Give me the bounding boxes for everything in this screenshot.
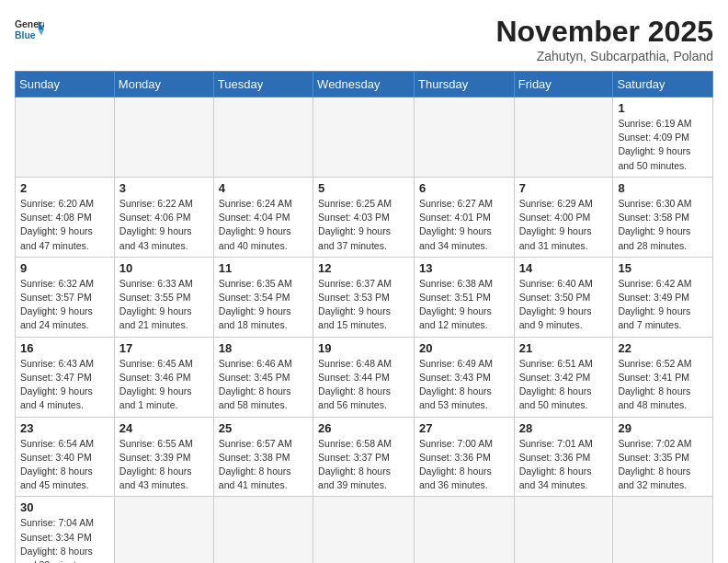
day-info: Sunrise: 6:30 AM Sunset: 3:58 PM Dayligh… <box>618 197 708 253</box>
weekday-header-sunday: Sunday <box>16 72 115 98</box>
weekday-header-thursday: Thursday <box>415 72 515 98</box>
day-number: 3 <box>119 181 209 195</box>
calendar-cell <box>313 497 415 563</box>
day-info: Sunrise: 6:37 AM Sunset: 3:53 PM Dayligh… <box>318 277 409 333</box>
day-number: 23 <box>20 421 109 435</box>
calendar-cell: 1Sunrise: 6:19 AM Sunset: 4:09 PM Daylig… <box>613 98 713 178</box>
calendar-cell: 3Sunrise: 6:22 AM Sunset: 4:06 PM Daylig… <box>114 177 213 257</box>
calendar-cell: 8Sunrise: 6:30 AM Sunset: 3:58 PM Daylig… <box>613 177 713 257</box>
calendar-cell: 13Sunrise: 6:38 AM Sunset: 3:51 PM Dayli… <box>415 257 515 337</box>
day-info: Sunrise: 6:54 AM Sunset: 3:40 PM Dayligh… <box>20 437 109 493</box>
day-info: Sunrise: 6:51 AM Sunset: 3:42 PM Dayligh… <box>519 357 609 413</box>
day-info: Sunrise: 6:58 AM Sunset: 3:37 PM Dayligh… <box>318 437 409 493</box>
day-number: 12 <box>318 261 409 275</box>
day-info: Sunrise: 6:24 AM Sunset: 4:04 PM Dayligh… <box>219 197 308 253</box>
calendar-cell: 7Sunrise: 6:29 AM Sunset: 4:00 PM Daylig… <box>514 177 613 257</box>
day-info: Sunrise: 7:00 AM Sunset: 3:36 PM Dayligh… <box>419 437 509 493</box>
day-number: 7 <box>519 181 609 195</box>
day-number: 10 <box>119 261 209 275</box>
day-number: 21 <box>519 341 609 355</box>
calendar-cell: 5Sunrise: 6:25 AM Sunset: 4:03 PM Daylig… <box>313 177 415 257</box>
calendar-cell <box>613 497 713 563</box>
calendar-cell <box>514 98 613 178</box>
calendar-cell: 10Sunrise: 6:33 AM Sunset: 3:55 PM Dayli… <box>114 257 213 337</box>
week-row-4: 16Sunrise: 6:43 AM Sunset: 3:47 PM Dayli… <box>16 337 713 417</box>
day-number: 5 <box>318 181 409 195</box>
month-title: November 2025 <box>495 15 713 49</box>
day-info: Sunrise: 6:57 AM Sunset: 3:38 PM Dayligh… <box>219 437 308 493</box>
day-info: Sunrise: 6:55 AM Sunset: 3:39 PM Dayligh… <box>119 437 209 493</box>
weekday-header-monday: Monday <box>114 72 213 98</box>
calendar-cell: 22Sunrise: 6:52 AM Sunset: 3:41 PM Dayli… <box>613 337 713 417</box>
calendar-cell: 27Sunrise: 7:00 AM Sunset: 3:36 PM Dayli… <box>415 417 515 497</box>
calendar-cell: 2Sunrise: 6:20 AM Sunset: 4:08 PM Daylig… <box>16 177 115 257</box>
day-info: Sunrise: 6:40 AM Sunset: 3:50 PM Dayligh… <box>519 277 609 333</box>
day-number: 29 <box>618 421 708 435</box>
weekday-header-wednesday: Wednesday <box>313 72 415 98</box>
calendar-cell: 11Sunrise: 6:35 AM Sunset: 3:54 PM Dayli… <box>213 257 313 337</box>
day-number: 15 <box>618 261 708 275</box>
calendar-cell <box>213 98 313 178</box>
day-number: 22 <box>618 341 708 355</box>
svg-text:Blue: Blue <box>15 30 36 40</box>
day-number: 9 <box>20 261 109 275</box>
day-info: Sunrise: 7:01 AM Sunset: 3:36 PM Dayligh… <box>519 437 609 493</box>
calendar-cell: 18Sunrise: 6:46 AM Sunset: 3:45 PM Dayli… <box>213 337 313 417</box>
calendar-cell <box>313 98 415 178</box>
week-row-3: 9Sunrise: 6:32 AM Sunset: 3:57 PM Daylig… <box>16 257 713 337</box>
day-number: 26 <box>318 421 409 435</box>
day-number: 1 <box>618 101 708 115</box>
calendar-cell <box>415 497 515 563</box>
day-number: 27 <box>419 421 509 435</box>
title-area: November 2025 Zahutyn, Subcarpathia, Pol… <box>495 15 713 63</box>
day-number: 30 <box>20 500 109 514</box>
calendar-cell: 26Sunrise: 6:58 AM Sunset: 3:37 PM Dayli… <box>313 417 415 497</box>
day-info: Sunrise: 6:42 AM Sunset: 3:49 PM Dayligh… <box>618 277 708 333</box>
day-info: Sunrise: 6:38 AM Sunset: 3:51 PM Dayligh… <box>419 277 509 333</box>
calendar-cell: 12Sunrise: 6:37 AM Sunset: 3:53 PM Dayli… <box>313 257 415 337</box>
svg-marker-3 <box>39 29 44 35</box>
calendar-cell: 4Sunrise: 6:24 AM Sunset: 4:04 PM Daylig… <box>213 177 313 257</box>
day-number: 6 <box>419 181 509 195</box>
weekday-header-tuesday: Tuesday <box>213 72 313 98</box>
day-number: 17 <box>119 341 209 355</box>
day-number: 16 <box>20 341 109 355</box>
day-info: Sunrise: 7:02 AM Sunset: 3:35 PM Dayligh… <box>618 437 708 493</box>
day-info: Sunrise: 6:52 AM Sunset: 3:41 PM Dayligh… <box>618 357 708 413</box>
logo: General Blue <box>15 15 44 44</box>
calendar-cell <box>114 98 213 178</box>
day-number: 11 <box>219 261 308 275</box>
header: General Blue November 2025 Zahutyn, Subc… <box>15 15 713 63</box>
week-row-5: 23Sunrise: 6:54 AM Sunset: 3:40 PM Dayli… <box>16 417 713 497</box>
weekday-header-friday: Friday <box>514 72 613 98</box>
week-row-6: 30Sunrise: 7:04 AM Sunset: 3:34 PM Dayli… <box>16 497 713 563</box>
day-info: Sunrise: 6:33 AM Sunset: 3:55 PM Dayligh… <box>119 277 209 333</box>
day-info: Sunrise: 6:27 AM Sunset: 4:01 PM Dayligh… <box>419 197 509 253</box>
calendar-cell: 29Sunrise: 7:02 AM Sunset: 3:35 PM Dayli… <box>613 417 713 497</box>
weekday-header-row: SundayMondayTuesdayWednesdayThursdayFrid… <box>16 72 713 98</box>
calendar-cell: 14Sunrise: 6:40 AM Sunset: 3:50 PM Dayli… <box>514 257 613 337</box>
day-number: 14 <box>519 261 609 275</box>
weekday-header-saturday: Saturday <box>613 72 713 98</box>
day-number: 19 <box>318 341 409 355</box>
calendar-cell <box>514 497 613 563</box>
day-number: 13 <box>419 261 509 275</box>
calendar-cell: 24Sunrise: 6:55 AM Sunset: 3:39 PM Dayli… <box>114 417 213 497</box>
day-info: Sunrise: 6:45 AM Sunset: 3:46 PM Dayligh… <box>119 357 209 413</box>
day-info: Sunrise: 6:49 AM Sunset: 3:43 PM Dayligh… <box>419 357 509 413</box>
day-info: Sunrise: 6:25 AM Sunset: 4:03 PM Dayligh… <box>318 197 409 253</box>
day-info: Sunrise: 6:29 AM Sunset: 4:00 PM Dayligh… <box>519 197 609 253</box>
day-info: Sunrise: 6:20 AM Sunset: 4:08 PM Dayligh… <box>20 197 109 253</box>
calendar-cell <box>114 497 213 563</box>
calendar-cell: 23Sunrise: 6:54 AM Sunset: 3:40 PM Dayli… <box>16 417 115 497</box>
calendar-cell: 19Sunrise: 6:48 AM Sunset: 3:44 PM Dayli… <box>313 337 415 417</box>
day-number: 4 <box>219 181 308 195</box>
week-row-2: 2Sunrise: 6:20 AM Sunset: 4:08 PM Daylig… <box>16 177 713 257</box>
day-number: 28 <box>519 421 609 435</box>
calendar-table: SundayMondayTuesdayWednesdayThursdayFrid… <box>15 71 713 563</box>
calendar-cell: 25Sunrise: 6:57 AM Sunset: 3:38 PM Dayli… <box>213 417 313 497</box>
day-number: 24 <box>119 421 209 435</box>
calendar-cell: 30Sunrise: 7:04 AM Sunset: 3:34 PM Dayli… <box>16 497 115 563</box>
day-info: Sunrise: 6:46 AM Sunset: 3:45 PM Dayligh… <box>219 357 308 413</box>
calendar-cell: 6Sunrise: 6:27 AM Sunset: 4:01 PM Daylig… <box>415 177 515 257</box>
